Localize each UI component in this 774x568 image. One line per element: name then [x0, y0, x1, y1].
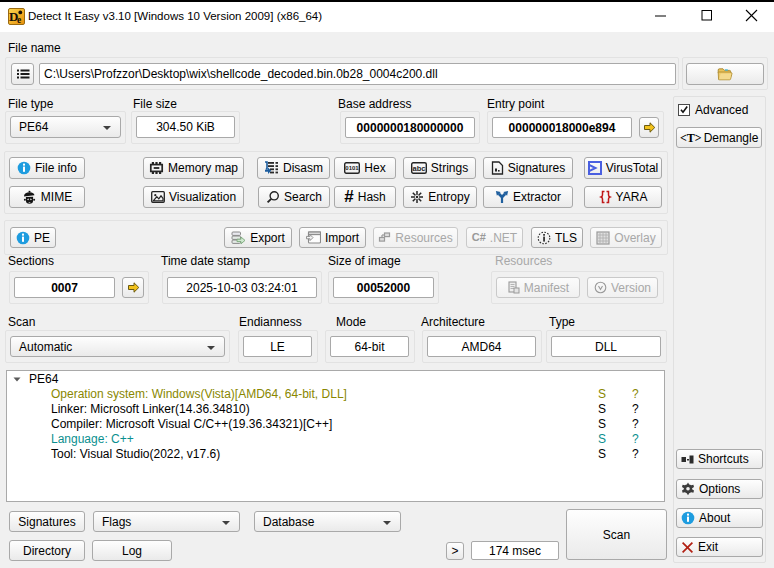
svg-text:e: e — [17, 15, 21, 24]
svg-text:abc: abc — [412, 164, 425, 173]
svg-text:0101: 0101 — [346, 165, 360, 171]
